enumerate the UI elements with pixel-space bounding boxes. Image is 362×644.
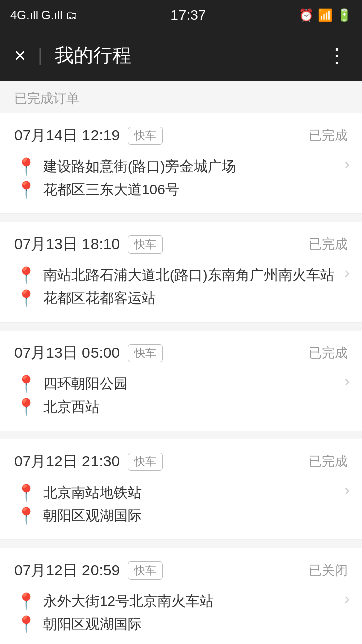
origin-icon: 📍 [16,593,36,609]
header-left: × | 我的行程 [14,43,131,68]
wifi-icon: 📶 [318,8,333,22]
to-address: 朝阳区观湖国际 [43,615,142,634]
trip-item[interactable]: 07月14日 12:19 快车 已完成 📍 建设路如意街(路口)旁金城广场 📍 … [0,113,362,214]
trip-datetime: 07月13日 18:10 [14,234,120,255]
trip-status: 已完成 [309,127,348,144]
status-left: 4G.ıll G.ıll 🗂 [10,8,78,22]
trip-item[interactable]: 07月12日 21:30 快车 已完成 📍 北京南站地铁站 📍 朝阳区观湖国际 … [0,439,362,540]
signal-g: G.ıll [41,8,63,22]
trip-locations: 📍 南站北路石浦大道北(路口)东南角广州南火车站 📍 花都区花都客运站 [14,264,348,310]
trip-header: 07月13日 18:10 快车 已完成 [14,234,348,255]
trip-header: 07月14日 12:19 快车 已完成 [14,125,348,146]
trip-header: 07月12日 20:59 快车 已关闭 [14,560,348,581]
to-address: 花都区三东大道106号 [43,180,179,199]
status-right: ⏰ 📶 🔋 [299,8,352,22]
trip-separator [0,431,362,439]
trip-status: 已完成 [309,344,348,362]
alarm-icon: ⏰ [299,8,314,22]
trip-status: 已完成 [309,235,348,253]
destination-icon: 📍 [16,182,36,198]
to-address: 北京西站 [43,397,100,417]
trip-datetime: 07月14日 12:19 [14,125,120,146]
origin-icon: 📍 [16,376,36,392]
trip-to: 📍 北京西站 [16,395,348,419]
trip-status: 已关闭 [309,561,348,579]
trip-separator [0,323,362,331]
destination-icon: 📍 [16,290,36,306]
trip-separator [0,540,362,548]
battery-icon: 🔋 [337,8,352,22]
trip-from: 📍 北京南站地铁站 [16,481,348,504]
trip-locations: 📍 建设路如意街(路口)旁金城广场 📍 花都区三东大道106号 [14,155,348,201]
trip-from: 📍 永外大街12号北京南火车站 [16,590,348,613]
trip-datetime: 07月12日 21:30 [14,451,120,472]
section-label: 已完成订单 [0,80,362,113]
trip-tag: 快车 [128,453,163,471]
trip-item[interactable]: 07月13日 05:00 快车 已完成 📍 四环朝阳公园 📍 北京西站 › [0,331,362,431]
sim-icon: 🗂 [66,8,78,22]
trip-to: 📍 花都区三东大道106号 [16,178,348,201]
trip-from: 📍 建设路如意街(路口)旁金城广场 [16,155,348,178]
trip-header: 07月12日 21:30 快车 已完成 [14,451,348,472]
from-address: 北京南站地铁站 [43,483,142,502]
trip-status: 已完成 [309,453,348,470]
trip-to: 📍 朝阳区观湖国际 [16,504,348,527]
trip-datetime: 07月13日 05:00 [14,343,120,363]
close-button[interactable]: × [14,44,26,67]
trip-tag: 快车 [128,235,163,254]
chevron-right-icon: › [344,154,350,173]
trip-locations: 📍 永外大街12号北京南火车站 📍 朝阳区观湖国际 [14,590,348,636]
trip-header: 07月13日 05:00 快车 已完成 [14,343,348,363]
chevron-right-icon: › [344,589,350,607]
origin-icon: 📍 [16,158,36,175]
trips-list: 07月14日 12:19 快车 已完成 📍 建设路如意街(路口)旁金城广场 📍 … [0,113,362,644]
destination-icon: 📍 [16,508,36,524]
to-address: 朝阳区观湖国际 [43,506,142,525]
header-divider: | [38,45,42,66]
chevron-right-icon: › [344,263,350,281]
trip-item[interactable]: 07月13日 18:10 快车 已完成 📍 南站北路石浦大道北(路口)东南角广州… [0,222,362,323]
destination-icon: 📍 [16,616,36,632]
chevron-right-icon: › [344,480,350,499]
trip-datetime: 07月12日 20:59 [14,560,120,581]
destination-icon: 📍 [16,399,36,415]
trip-tag: 快车 [128,561,163,580]
status-bar: 4G.ıll G.ıll 🗂 17:37 ⏰ 📶 🔋 [0,0,362,30]
trip-separator [0,214,362,222]
origin-icon: 📍 [16,267,36,283]
header: × | 我的行程 ⋮ [0,30,362,80]
status-time: 17:37 [170,7,206,23]
from-address: 四环朝阳公园 [43,374,128,393]
trip-item[interactable]: 07月12日 20:59 快车 已关闭 📍 永外大街12号北京南火车站 📍 朝阳… [0,548,362,644]
chevron-right-icon: › [344,371,350,390]
from-address: 南站北路石浦大道北(路口)东南角广州南火车站 [43,266,334,285]
more-button[interactable]: ⋮ [327,44,348,67]
trip-from: 📍 南站北路石浦大道北(路口)东南角广州南火车站 [16,264,348,287]
trip-locations: 📍 北京南站地铁站 📍 朝阳区观湖国际 [14,481,348,527]
trip-to: 📍 花都区花都客运站 [16,287,348,310]
page-title: 我的行程 [55,43,131,68]
trip-locations: 📍 四环朝阳公园 📍 北京西站 [14,372,348,419]
trip-from: 📍 四环朝阳公园 [16,372,348,395]
trip-tag: 快车 [128,127,163,145]
from-address: 永外大街12号北京南火车站 [43,592,214,611]
from-address: 建设路如意街(路口)旁金城广场 [43,157,236,176]
origin-icon: 📍 [16,485,36,501]
trip-to: 📍 朝阳区观湖国际 [16,613,348,636]
to-address: 花都区花都客运站 [43,289,156,308]
trip-tag: 快车 [128,344,163,362]
signal-4g: 4G.ıll [10,8,38,22]
